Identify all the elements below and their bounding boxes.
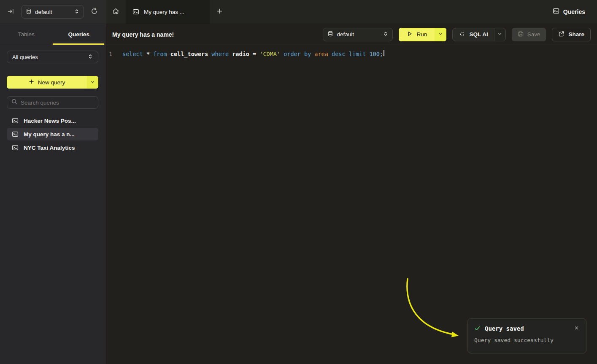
terminal-icon [12,117,19,124]
sidebar: default Tables Queries All quer [0,0,105,364]
sql-ai-button[interactable]: SQL AI [452,28,505,41]
new-query-dropdown[interactable] [87,76,98,89]
query-item-label: My query has a n... [24,131,75,138]
new-query-main[interactable]: New query [7,76,87,89]
sidebar-body: All queries New query [0,45,105,364]
refresh-icon [91,8,98,16]
database-selector[interactable]: default [21,5,84,19]
run-button[interactable]: Run [399,28,446,41]
database-selector-value: default [35,9,52,15]
query-list-item[interactable]: My query has a n... [7,128,98,140]
code-line-content: select * from cell_towers where radio = … [122,50,383,58]
queries-link-label: Queries [563,8,585,15]
terminal-icon [132,8,139,15]
query-list-item[interactable]: Hacker News Pos... [7,114,98,127]
sql-ai-main[interactable]: SQL AI [453,28,494,41]
code-line: 1 select * from cell_towers where radio … [105,50,597,58]
query-filter-value: All queries [12,54,38,60]
text-cursor [384,50,384,56]
save-icon [518,31,524,38]
share-button[interactable]: Share [552,28,591,41]
tab-my-query[interactable]: My query has ... [126,0,210,24]
query-header: My query has a name! default [105,24,597,45]
main-area: My query has ... Queries My query has a … [105,0,597,364]
search-icon [11,99,17,106]
new-tab-button[interactable] [210,0,229,24]
database-icon [26,8,32,16]
database-icon [327,31,333,38]
play-icon [407,31,413,38]
sidebar-topbar: default [0,0,105,24]
tab-strip: My query has ... Queries [105,0,597,24]
chevron-down-icon [438,31,443,38]
run-button-main[interactable]: Run [399,28,435,41]
plus-icon [216,8,223,16]
query-list: Hacker News Pos... My query has a n... N… [7,114,98,154]
toast-close-button[interactable] [573,324,580,332]
queries-link[interactable]: Queries [553,0,597,24]
sql-ai-dropdown[interactable] [494,28,505,41]
collapse-sidebar-icon [8,8,14,16]
query-title: My query has a name! [112,31,174,38]
home-icon [112,8,119,16]
query-search [7,96,98,109]
sidebar-tab-bar: Tables Queries [0,24,105,45]
run-label: Run [417,31,427,38]
sidebar-tab-queries[interactable]: Queries [53,24,105,45]
query-item-label: NYC Taxi Analytics [24,145,75,151]
share-label: Share [568,31,584,38]
sql-ai-label: SQL AI [469,31,488,38]
terminal-icon [12,131,19,138]
sidebar-tab-queries-label: Queries [68,31,89,38]
terminal-icon [553,8,559,16]
save-button[interactable]: Save [512,28,546,41]
new-query-button[interactable]: New query [7,76,98,89]
plus-icon [29,79,34,86]
run-dropdown[interactable] [435,28,446,41]
query-list-item[interactable]: NYC Taxi Analytics [7,141,98,154]
toolbar-database-value: default [337,31,354,38]
sql-console-app: default Tables Queries All quer [0,0,597,364]
toolbar-database-selector[interactable]: default [323,28,393,41]
sidebar-tab-tables[interactable]: Tables [0,24,53,45]
refresh-button[interactable] [88,6,100,18]
chevron-updown-icon [74,9,79,15]
sidebar-tab-tables-label: Tables [18,31,35,38]
toast-title: Query saved [485,325,569,332]
home-tab-button[interactable] [105,0,126,24]
sparkles-icon [459,30,465,38]
chevron-down-icon [497,31,502,38]
check-icon [474,325,481,332]
chevron-updown-icon [383,31,388,38]
chevron-updown-icon [88,54,93,60]
collapse-sidebar-button[interactable] [5,6,17,18]
toast-message: Query saved successfully [474,337,580,343]
search-queries-input[interactable] [21,100,95,106]
query-filter-select[interactable]: All queries [7,51,98,63]
chevron-down-icon [90,79,95,86]
share-icon [558,31,565,38]
query-toolbar: default Run [323,28,591,41]
terminal-icon [12,144,19,151]
toast-header: Query saved [474,324,580,332]
query-item-label: Hacker News Pos... [24,118,76,124]
tab-label: My query has ... [144,9,184,15]
new-query-label: New query [38,79,65,86]
close-icon [574,325,579,332]
query-saved-toast: Query saved Query saved successfully [467,318,586,353]
line-number: 1 [105,50,116,58]
sql-editor[interactable]: 1 select * from cell_towers where radio … [105,45,597,364]
save-label: Save [527,31,540,38]
